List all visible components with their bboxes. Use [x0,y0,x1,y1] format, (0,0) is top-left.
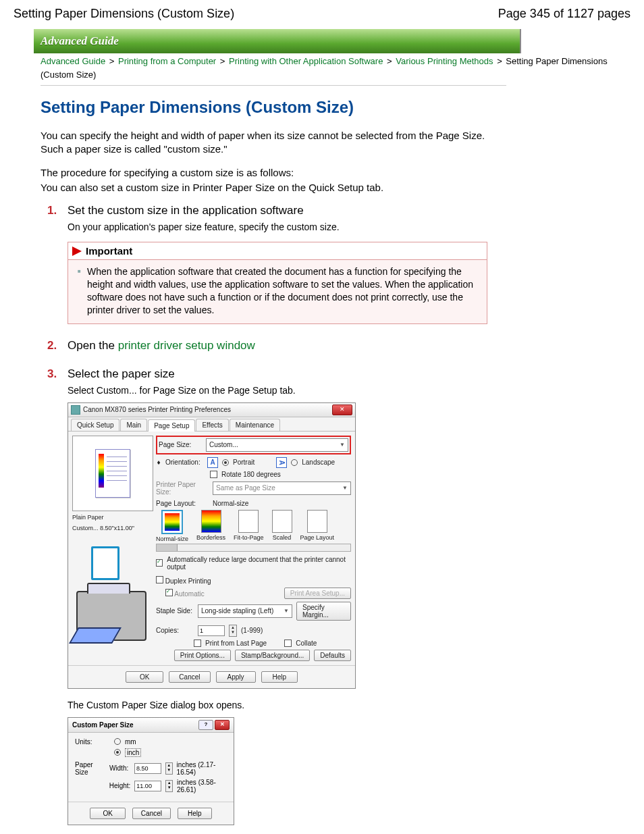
stamp-background-button[interactable]: Stamp/Background... [235,650,310,661]
horizontal-scrollbar[interactable] [156,544,351,552]
breadcrumb-link[interactable]: Various Printing Methods [396,56,493,66]
window-title: Canon MX870 series Printer Printing Pref… [83,406,231,413]
width-input[interactable] [134,763,161,774]
ok-button[interactable]: OK [90,808,125,819]
portrait-radio[interactable] [222,459,229,466]
height-spinner[interactable]: ▲▼ [165,780,173,792]
units-label: Units: [75,738,110,746]
step-title: Open the printer driver setup window [68,339,506,353]
staple-side-label: Staple Side: [156,607,194,615]
flag-icon [72,246,82,256]
close-icon[interactable]: ✕ [215,720,230,730]
step-body: Select Custom... for Page Size on the Pa… [68,385,506,396]
page-title: Setting Paper Dimensions (Custom Size) [14,7,234,21]
media-size-label: Custom... 8.50"x11.00" [72,525,153,532]
printer-driver-link[interactable]: printer driver setup window [118,339,255,352]
important-label: Important [86,245,132,257]
page-preview [72,436,153,511]
width-spinner[interactable]: ▲▼ [165,762,173,775]
page-size-row-highlighted: Page Size: Custom...▼ [156,436,351,454]
printer-illustration [72,536,153,651]
collate-checkbox[interactable] [284,640,292,647]
custom-paper-size-dialog: Custom Paper Size ? ✕ Units: mm inch Pap… [68,717,234,825]
chevron-down-icon: ▼ [342,485,348,491]
print-area-setup-button[interactable]: Print Area Setup... [284,588,351,599]
specify-margin-button[interactable]: Specify Margin... [296,602,351,621]
close-icon[interactable]: ✕ [332,405,352,415]
step-title: Select the paper size [68,367,506,381]
auto-reduce-checkbox[interactable] [156,559,163,567]
print-options-button[interactable]: Print Options... [174,650,231,661]
layout-scaled[interactable]: Scaled [272,510,292,542]
media-type-label: Plain Paper [72,514,153,521]
chevron-down-icon: ▼ [340,442,345,448]
printer-icon [71,405,80,415]
divider [41,85,506,86]
tab-maintenance[interactable]: Maintenance [230,419,280,431]
printer-paper-size-combo[interactable]: Same as Page Size▼ [213,481,351,495]
page-size-combo[interactable]: Custom...▼ [206,438,348,452]
help-button[interactable]: Help [261,671,298,683]
dialog-title: Custom Paper Size [72,721,134,729]
defaults-button[interactable]: Defaults [314,650,351,661]
important-body: When the application software that creat… [68,260,487,317]
layout-pagelayout[interactable]: Page Layout [300,510,335,542]
tab-page-setup[interactable]: Page Setup [148,419,195,432]
portrait-icon: A [207,457,218,468]
apply-button[interactable]: Apply [216,671,256,683]
staple-side-combo[interactable]: Long-side stapling (Left)▼ [198,604,292,618]
step-body: The Custom Paper Size dialog box opens. [68,700,506,710]
advanced-guide-banner: Advanced Guide [34,29,521,53]
step-body: On your application's paper size feature… [68,221,506,232]
heading: Setting Paper Dimensions (Custom Size) [41,98,630,117]
cancel-button[interactable]: Cancel [169,671,210,683]
automatic-checkbox[interactable] [165,589,173,596]
units-inch-radio[interactable] [114,749,121,756]
printing-preferences-window: Canon MX870 series Printer Printing Pref… [68,402,356,689]
printer-icon [76,591,146,641]
layout-borderless[interactable]: Borderless [196,510,225,542]
layout-options: Normal-size Borderless Fit-to-Page Scale… [156,510,351,542]
height-input[interactable] [134,781,161,791]
intro-text: The procedure for specifying a custom si… [41,166,500,180]
orientation-label: Orientation: [165,459,203,466]
breadcrumb-link[interactable]: Printing from a Computer [118,56,216,66]
tab-main[interactable]: Main [120,419,147,431]
document-icon [91,546,119,580]
help-button[interactable]: Help [178,808,212,819]
tab-quick-setup[interactable]: Quick Setup [71,419,119,431]
width-range: inches (2.17-16.54) [177,761,227,776]
breadcrumb-link[interactable]: Advanced Guide [41,56,105,66]
print-from-last-checkbox[interactable] [194,640,201,647]
width-label: Width: [109,764,130,772]
page-layout-label: Page Layout: [156,500,209,507]
bullet-icon: ♦ [156,459,161,466]
chevron-down-icon: ▼ [284,608,289,614]
height-range: inches (3.58-26.61) [177,779,227,793]
layout-normal[interactable]: Normal-size [156,510,188,542]
breadcrumb-link[interactable]: Printing with Other Application Software [229,56,383,66]
rotate-checkbox[interactable] [210,471,217,478]
help-icon[interactable]: ? [198,720,213,730]
height-label: Height: [109,782,131,789]
intro-text: You can also set a custom size in Printe… [41,181,500,194]
printer-paper-size-label: Printer Paper Size: [156,481,209,496]
copies-input[interactable] [198,625,225,636]
landscape-icon: A [276,457,287,468]
important-box: Important When the application software … [68,242,487,324]
ok-button[interactable]: OK [126,671,163,683]
step-title: Set the custom size in the application s… [68,204,506,217]
paper-size-label: Paper Size [75,761,105,776]
duplex-checkbox[interactable] [156,576,163,583]
page-indicator: Page 345 of 1127 pages [498,7,630,21]
tab-effects[interactable]: Effects [196,419,228,431]
copies-label: Copies: [156,627,194,634]
layout-fit[interactable]: Fit-to-Page [234,510,264,542]
breadcrumb: Advanced Guide > Printing from a Compute… [41,55,630,81]
landscape-radio[interactable] [291,459,298,466]
cancel-button[interactable]: Cancel [132,808,171,819]
copies-spinner[interactable]: ▲▼ [229,625,237,637]
units-mm-radio[interactable] [114,738,121,745]
page-size-label: Page Size: [159,441,202,448]
intro-text: You can specify the height and width of … [41,129,500,157]
